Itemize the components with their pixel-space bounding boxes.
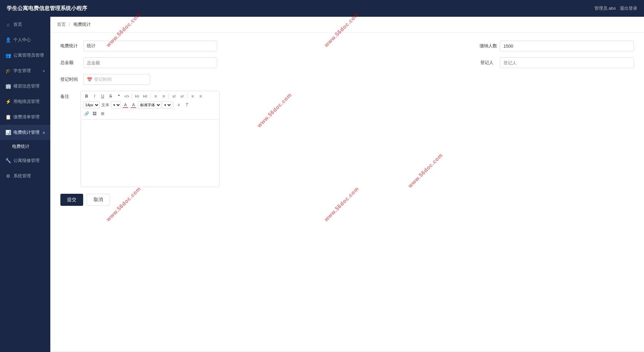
form-group-total: 总金额 [60, 57, 217, 68]
total-label: 总金额 [60, 60, 80, 66]
align-right-button[interactable]: ≡ [197, 93, 204, 100]
bg-color-button[interactable]: A [130, 101, 137, 109]
title-label: 电费统计 [60, 43, 80, 49]
admin-label: 管理员 abo [594, 5, 616, 11]
sidebar-item-student-mgmt[interactable]: 🎓 学生管理 ∨ [0, 63, 50, 78]
ordered-list-button[interactable]: ≡ [152, 93, 159, 100]
color-underline-red [123, 107, 128, 108]
home-icon: ⌂ [5, 22, 11, 27]
sidebar-item-admin-mgmt[interactable]: 👥 公寓管理员管理 [0, 48, 50, 63]
toolbar-separator-3 [169, 93, 169, 99]
chart-icon: 📊 [5, 130, 11, 135]
sidebar-item-label: 楼层信息管理 [13, 83, 45, 89]
sidebar-item-label: 系统管理 [13, 173, 45, 179]
chevron-down-icon: ∧ [43, 131, 45, 134]
unordered-list-button[interactable]: ≡ [160, 93, 167, 100]
registrar-input[interactable] [500, 57, 634, 68]
superscript-button[interactable]: x2 [178, 93, 186, 100]
sidebar-item-label: 学生管理 [13, 68, 40, 74]
table-button[interactable]: ⊞ [99, 110, 106, 117]
color-underline-red-2 [131, 107, 136, 108]
font-size-select[interactable]: 14px 12px 16px 18px [83, 101, 100, 109]
chevron-down-icon: ∨ [43, 69, 45, 73]
navbar-right: 管理员 abo 退出登录 [594, 5, 637, 11]
subscript-button[interactable]: x2 [170, 93, 178, 100]
editor-toolbar: B I U S ❝ </> H1 H2 ≡ ≡ [81, 91, 219, 120]
toolbar-row-2: 14px 12px 16px 18px 文本 ▾ A [83, 101, 217, 109]
student-icon: 🎓 [5, 68, 11, 73]
breadcrumb: 首页 / 电费统计 [50, 17, 644, 33]
group-icon: 👥 [5, 53, 11, 58]
align-left-button[interactable]: ≡ [189, 93, 196, 100]
form-row-remark: 备注 B I U S ❝ </> H1 H2 [60, 91, 634, 187]
bold-button[interactable]: B [83, 93, 90, 100]
sidebar-item-stats-mgmt[interactable]: 📊 电费统计管理 ∧ [0, 125, 50, 140]
h2-button[interactable]: H2 [142, 93, 149, 100]
sidebar-item-label: 公寓报修管理 [13, 158, 45, 164]
navbar: 学生公寓电费信息管理系统小程序 管理员 abo 退出登录 [0, 0, 644, 17]
font-family-arrow[interactable]: ▾ [162, 101, 172, 109]
list-icon: 📋 [5, 114, 11, 120]
font-family-select[interactable]: 标准字体 [138, 101, 161, 109]
sidebar-item-payment-mgmt[interactable]: 📋 缴费清单管理 [0, 109, 50, 125]
sidebar-item-label: 缴费清单管理 [13, 114, 45, 120]
image-button[interactable]: 🖼 [91, 110, 98, 117]
sidebar: ⌂ 首页 👤 个人中心 👥 公寓管理员管理 🎓 学生管理 ∨ 🏢 楼层信息管理 … [0, 17, 50, 352]
link-button[interactable]: 🔗 [83, 110, 90, 117]
form-group-registrar: 登记人 [480, 57, 634, 68]
toolbar-row-3: 🔗 🖼 ⊞ [83, 110, 217, 117]
title-input[interactable] [83, 41, 217, 51]
strikethrough-button[interactable]: S [107, 93, 114, 100]
font-color-button[interactable]: A [122, 101, 129, 109]
bolt-icon: ⚡ [5, 99, 11, 104]
sidebar-sub-item-label: 电费统计 [12, 144, 30, 149]
payer-count-label: 缴纳人数 [480, 43, 497, 49]
calendar-icon: 📅 [87, 77, 92, 82]
building-icon: 🏢 [5, 83, 11, 89]
italic-2-button[interactable]: T [183, 101, 191, 109]
form-row-3: 登记时间 📅 登记时间 [60, 74, 634, 85]
align-center-button[interactable]: ≡ [175, 101, 182, 109]
remark-label: 备注 [60, 91, 80, 100]
breadcrumb-current: 电费统计 [73, 22, 91, 27]
font-style-select[interactable]: ▾ [111, 101, 121, 109]
form-group-payer-count: 缴纳人数 [480, 41, 634, 51]
sidebar-item-system-mgmt[interactable]: ⚙ 系统管理 [0, 168, 50, 184]
toolbar-separator-4 [187, 93, 187, 99]
person-icon: 👤 [5, 37, 11, 43]
sidebar-item-personal[interactable]: 👤 个人中心 [0, 32, 50, 48]
rich-text-editor[interactable]: B I U S ❝ </> H1 H2 ≡ ≡ [80, 91, 220, 187]
sidebar-sub-item-elec-stats[interactable]: 电费统计 [0, 140, 50, 153]
form-buttons: 提交 取消 [60, 194, 634, 206]
reg-time-placeholder: 登记时间 [94, 76, 112, 82]
quote-button[interactable]: ❝ [115, 93, 122, 100]
logout-button[interactable]: 退出登录 [620, 5, 637, 11]
underline-button[interactable]: U [99, 93, 106, 100]
payer-count-input[interactable] [500, 41, 634, 51]
breadcrumb-separator: / [69, 22, 70, 27]
toolbar-separator-5 [173, 102, 174, 108]
sidebar-item-usage-mgmt[interactable]: ⚡ 用电情况管理 [0, 94, 50, 109]
cancel-button[interactable]: 取消 [87, 194, 110, 206]
total-input[interactable] [83, 57, 217, 68]
gear-icon: ⚙ [5, 173, 11, 179]
italic-button[interactable]: I [91, 93, 98, 100]
sidebar-item-repair-mgmt[interactable]: 🔧 公寓报修管理 [0, 153, 50, 168]
editor-body[interactable] [81, 120, 219, 187]
sidebar-item-label: 首页 [13, 21, 45, 27]
submit-button[interactable]: 提交 [60, 194, 83, 206]
reg-time-label: 登记时间 [60, 76, 80, 82]
toolbar-row-1: B I U S ❝ </> H1 H2 ≡ ≡ [83, 93, 217, 100]
registrar-label: 登记人 [480, 60, 497, 66]
main-content: 首页 / 电费统计 电费统计 缴纳人数 总金额 [50, 17, 644, 352]
form-container: 电费统计 缴纳人数 总金额 登记人 [50, 33, 644, 351]
code-button[interactable]: </> [123, 93, 130, 100]
form-group-reg-time: 登记时间 📅 登记时间 [60, 74, 150, 85]
reg-time-input[interactable]: 📅 登记时间 [83, 74, 150, 85]
sidebar-item-home[interactable]: ⌂ 首页 [0, 17, 50, 32]
sidebar-item-label: 个人中心 [13, 37, 45, 43]
breadcrumb-home[interactable]: 首页 [57, 22, 66, 27]
h1-button[interactable]: H1 [133, 93, 141, 100]
sidebar-item-floor-mgmt[interactable]: 🏢 楼层信息管理 [0, 78, 50, 94]
form-group-title: 电费统计 [60, 41, 217, 51]
